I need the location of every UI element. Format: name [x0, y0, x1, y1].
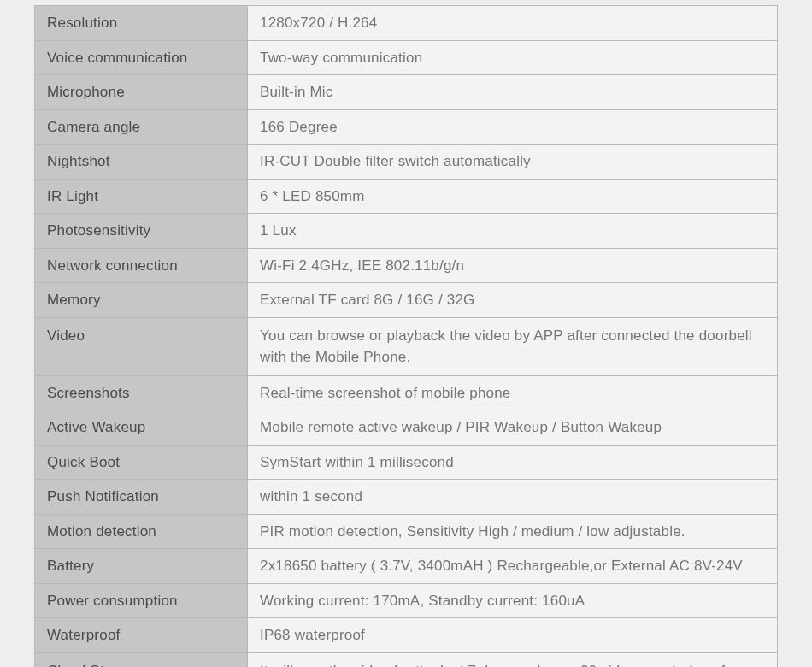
- spec-label: Nightshot: [35, 145, 248, 180]
- spec-table: Resolution1280x720 / H.264 Voice communi…: [34, 5, 778, 667]
- spec-value: IR-CUT Double filter switch automaticall…: [248, 145, 778, 180]
- table-row: Motion detectionPIR motion detection, Se…: [35, 514, 778, 549]
- spec-value: 6 * LED 850mm: [248, 179, 778, 214]
- spec-value: Wi-Fi 2.4GHz, IEE 802.11b/g/n: [248, 248, 778, 283]
- spec-label: Push Notification: [35, 480, 248, 515]
- table-row: Cloud StorageIt willsave the video for t…: [35, 652, 778, 667]
- table-row: Active WakeupMobile remote active wakeup…: [35, 410, 778, 446]
- spec-label: Motion detection: [35, 514, 248, 549]
- spec-label: Voice communication: [35, 40, 248, 75]
- spec-value: You can browse or playback the video by …: [248, 317, 778, 375]
- spec-value: Built-in Mic: [248, 75, 778, 110]
- table-row: WaterproofIP68 waterproof: [35, 618, 778, 653]
- spec-label: Camera angle: [35, 109, 248, 145]
- spec-label: Battery: [35, 549, 248, 584]
- spec-label: Power consumption: [35, 583, 248, 618]
- table-row: ScreenshotsReal-time screenshot of mobil…: [35, 375, 778, 410]
- spec-value: Working current: 170mA, Standby current:…: [248, 583, 778, 618]
- spec-label: Photosensitivity: [35, 214, 248, 249]
- spec-value: Real-time screenshot of mobile phone: [248, 375, 778, 410]
- table-row: Camera angle166 Degree: [35, 109, 778, 145]
- spec-value: 1280x720 / H.264: [248, 6, 778, 41]
- table-row: NightshotIR-CUT Double filter switch aut…: [35, 145, 778, 180]
- table-row: MemoryExternal TF card 8G / 16G / 32G: [35, 283, 778, 318]
- table-row: Resolution1280x720 / H.264: [35, 6, 778, 41]
- spec-value: PIR motion detection, Sensitivity High /…: [248, 514, 778, 549]
- spec-label: Memory: [35, 283, 248, 318]
- spec-value: 166 Degree: [248, 109, 778, 145]
- table-row: IR Light6 * LED 850mm: [35, 179, 778, 214]
- spec-value: within 1 second: [248, 480, 778, 515]
- spec-value: Mobile remote active wakeup / PIR Wakeup…: [248, 410, 778, 446]
- spec-label: Waterproof: [35, 618, 248, 653]
- spec-label: Active Wakeup: [35, 410, 248, 446]
- table-row: Power consumptionWorking current: 170mA,…: [35, 583, 778, 618]
- spec-label: Screenshots: [35, 375, 248, 410]
- spec-value: SymStart within 1 millisecond: [248, 445, 778, 480]
- spec-value: IP68 waterproof: [248, 618, 778, 653]
- spec-value: External TF card 8G / 16G / 32G: [248, 283, 778, 318]
- spec-value: It willsave the video for the last 7 day…: [248, 652, 778, 667]
- spec-label: Quick Boot: [35, 445, 248, 480]
- spec-label: Microphone: [35, 75, 248, 110]
- spec-table-body: Resolution1280x720 / H.264 Voice communi…: [35, 6, 778, 668]
- table-row: Voice communicationTwo-way communication: [35, 40, 778, 75]
- table-row: Network connectionWi-Fi 2.4GHz, IEE 802.…: [35, 248, 778, 283]
- table-row: VideoYou can browse or playback the vide…: [35, 317, 778, 375]
- spec-value: 2x18650 battery ( 3.7V, 3400mAH ) Rechar…: [248, 549, 778, 584]
- table-row: Battery2x18650 battery ( 3.7V, 3400mAH )…: [35, 549, 778, 584]
- spec-label: Resolution: [35, 6, 248, 41]
- spec-value: Two-way communication: [248, 40, 778, 75]
- table-row: Quick BootSymStart within 1 millisecond: [35, 445, 778, 480]
- table-row: Push Notificationwithin 1 second: [35, 480, 778, 515]
- spec-label: Network connection: [35, 248, 248, 283]
- table-row: MicrophoneBuilt-in Mic: [35, 75, 778, 110]
- spec-label: IR Light: [35, 179, 248, 214]
- spec-label: Video: [35, 317, 248, 375]
- spec-value: 1 Lux: [248, 214, 778, 249]
- spec-label: Cloud Storage: [35, 652, 248, 667]
- table-row: Photosensitivity1 Lux: [35, 214, 778, 249]
